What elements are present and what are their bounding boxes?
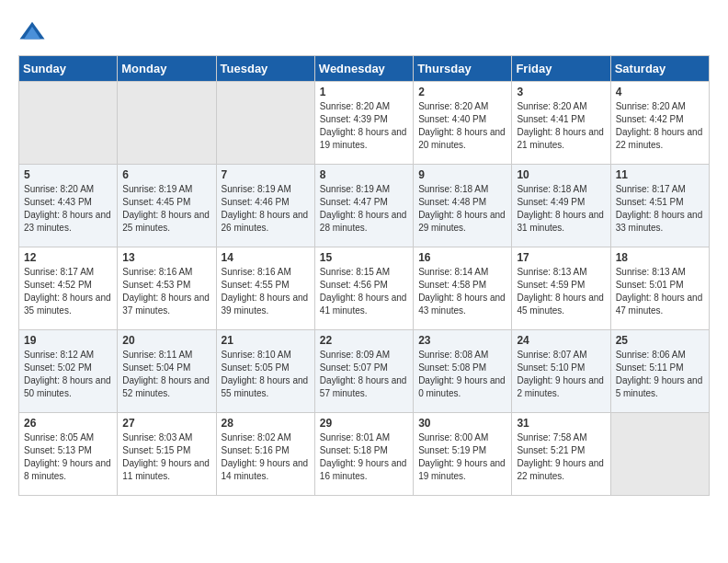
header-row: SundayMondayTuesdayWednesdayThursdayFrid… (19, 56, 710, 82)
week-row: 1Sunrise: 8:20 AMSunset: 4:39 PMDaylight… (19, 82, 710, 165)
calendar-cell (216, 82, 314, 165)
day-info: Sunrise: 8:20 AMSunset: 4:42 PMDaylight:… (616, 100, 704, 152)
day-info: Sunrise: 8:19 AMSunset: 4:46 PMDaylight:… (222, 183, 310, 235)
header-day-friday: Friday (512, 56, 610, 82)
day-info: Sunrise: 8:13 AMSunset: 4:59 PMDaylight:… (517, 266, 605, 317)
header-day-thursday: Thursday (414, 56, 512, 82)
calendar-cell: 15Sunrise: 8:15 AMSunset: 4:56 PMDayligh… (314, 247, 413, 330)
day-number: 15 (320, 251, 408, 264)
calendar-cell: 26Sunrise: 8:05 AMSunset: 5:13 PMDayligh… (19, 413, 118, 496)
page-header (18, 18, 710, 46)
header-day-monday: Monday (118, 56, 216, 82)
calendar-cell: 18Sunrise: 8:13 AMSunset: 5:01 PMDayligh… (610, 247, 709, 330)
day-number: 30 (418, 417, 506, 430)
day-info: Sunrise: 8:02 AMSunset: 5:16 PMDaylight:… (222, 431, 310, 483)
day-number: 12 (24, 251, 112, 264)
day-info: Sunrise: 8:19 AMSunset: 4:47 PMDaylight:… (320, 183, 408, 235)
day-number: 22 (320, 334, 408, 347)
calendar-cell: 12Sunrise: 8:17 AMSunset: 4:52 PMDayligh… (19, 247, 118, 330)
day-number: 16 (418, 251, 506, 264)
calendar-cell: 2Sunrise: 8:20 AMSunset: 4:40 PMDaylight… (414, 82, 512, 165)
header-day-sunday: Sunday (19, 56, 118, 82)
day-info: Sunrise: 8:17 AMSunset: 4:51 PMDaylight:… (616, 183, 704, 235)
day-number: 20 (122, 334, 210, 347)
day-number: 11 (616, 168, 704, 181)
day-info: Sunrise: 8:00 AMSunset: 5:19 PMDaylight:… (418, 431, 506, 483)
day-info: Sunrise: 8:01 AMSunset: 5:18 PMDaylight:… (320, 431, 408, 483)
day-number: 8 (320, 168, 408, 181)
day-number: 27 (122, 417, 210, 430)
day-number: 7 (222, 168, 310, 181)
day-info: Sunrise: 8:09 AMSunset: 5:07 PMDaylight:… (320, 349, 408, 400)
day-info: Sunrise: 8:16 AMSunset: 4:53 PMDaylight:… (122, 266, 210, 317)
calendar-cell (118, 82, 216, 165)
day-info: Sunrise: 8:12 AMSunset: 5:02 PMDaylight:… (24, 349, 112, 400)
logo-icon (18, 18, 46, 46)
calendar-cell (610, 413, 709, 496)
calendar-cell: 24Sunrise: 8:07 AMSunset: 5:10 PMDayligh… (512, 330, 610, 413)
day-number: 6 (122, 168, 210, 181)
day-info: Sunrise: 8:18 AMSunset: 4:48 PMDaylight:… (418, 183, 506, 235)
calendar-cell: 17Sunrise: 8:13 AMSunset: 4:59 PMDayligh… (512, 247, 610, 330)
day-number: 5 (24, 168, 112, 181)
calendar-cell: 10Sunrise: 8:18 AMSunset: 4:49 PMDayligh… (512, 165, 610, 247)
day-number: 17 (517, 251, 605, 264)
day-info: Sunrise: 8:10 AMSunset: 5:05 PMDaylight:… (222, 349, 310, 400)
day-number: 9 (418, 168, 506, 181)
calendar-cell: 13Sunrise: 8:16 AMSunset: 4:53 PMDayligh… (118, 247, 216, 330)
day-info: Sunrise: 8:13 AMSunset: 5:01 PMDaylight:… (616, 266, 704, 317)
calendar-cell: 25Sunrise: 8:06 AMSunset: 5:11 PMDayligh… (610, 330, 709, 413)
calendar-table: SundayMondayTuesdayWednesdayThursdayFrid… (18, 55, 710, 496)
day-info: Sunrise: 8:20 AMSunset: 4:41 PMDaylight:… (517, 100, 605, 152)
calendar-body: 1Sunrise: 8:20 AMSunset: 4:39 PMDaylight… (19, 82, 710, 496)
day-info: Sunrise: 8:16 AMSunset: 4:55 PMDaylight:… (222, 266, 310, 317)
week-row: 5Sunrise: 8:20 AMSunset: 4:43 PMDaylight… (19, 165, 710, 247)
calendar-cell: 21Sunrise: 8:10 AMSunset: 5:05 PMDayligh… (216, 330, 314, 413)
day-number: 14 (222, 251, 310, 264)
logo (18, 18, 50, 46)
calendar-cell: 30Sunrise: 8:00 AMSunset: 5:19 PMDayligh… (414, 413, 512, 496)
day-number: 25 (616, 334, 704, 347)
calendar-cell: 22Sunrise: 8:09 AMSunset: 5:07 PMDayligh… (314, 330, 413, 413)
day-number: 26 (24, 417, 112, 430)
week-row: 26Sunrise: 8:05 AMSunset: 5:13 PMDayligh… (19, 413, 710, 496)
day-number: 24 (517, 334, 605, 347)
day-number: 21 (222, 334, 310, 347)
calendar-cell: 9Sunrise: 8:18 AMSunset: 4:48 PMDaylight… (414, 165, 512, 247)
calendar-cell: 16Sunrise: 8:14 AMSunset: 4:58 PMDayligh… (414, 247, 512, 330)
day-number: 19 (24, 334, 112, 347)
day-info: Sunrise: 8:19 AMSunset: 4:45 PMDaylight:… (122, 183, 210, 235)
calendar-cell: 14Sunrise: 8:16 AMSunset: 4:55 PMDayligh… (216, 247, 314, 330)
calendar-cell: 11Sunrise: 8:17 AMSunset: 4:51 PMDayligh… (610, 165, 709, 247)
calendar-cell (19, 82, 118, 165)
calendar-cell: 27Sunrise: 8:03 AMSunset: 5:15 PMDayligh… (118, 413, 216, 496)
day-number: 4 (616, 86, 704, 98)
day-number: 3 (517, 86, 605, 98)
day-info: Sunrise: 8:20 AMSunset: 4:43 PMDaylight:… (24, 183, 112, 235)
day-number: 13 (122, 251, 210, 264)
day-number: 23 (418, 334, 506, 347)
week-row: 12Sunrise: 8:17 AMSunset: 4:52 PMDayligh… (19, 247, 710, 330)
day-info: Sunrise: 8:14 AMSunset: 4:58 PMDaylight:… (418, 266, 506, 317)
day-info: Sunrise: 8:05 AMSunset: 5:13 PMDaylight:… (24, 431, 112, 483)
header-day-wednesday: Wednesday (314, 56, 413, 82)
calendar-cell: 19Sunrise: 8:12 AMSunset: 5:02 PMDayligh… (19, 330, 118, 413)
day-info: Sunrise: 8:03 AMSunset: 5:15 PMDaylight:… (122, 431, 210, 483)
day-info: Sunrise: 8:17 AMSunset: 4:52 PMDaylight:… (24, 266, 112, 317)
day-number: 29 (320, 417, 408, 430)
calendar-cell: 3Sunrise: 8:20 AMSunset: 4:41 PMDaylight… (512, 82, 610, 165)
day-number: 1 (320, 86, 408, 98)
calendar-cell: 6Sunrise: 8:19 AMSunset: 4:45 PMDaylight… (118, 165, 216, 247)
calendar-cell: 4Sunrise: 8:20 AMSunset: 4:42 PMDaylight… (610, 82, 709, 165)
header-day-tuesday: Tuesday (216, 56, 314, 82)
day-number: 18 (616, 251, 704, 264)
calendar-cell: 5Sunrise: 8:20 AMSunset: 4:43 PMDaylight… (19, 165, 118, 247)
day-info: Sunrise: 8:15 AMSunset: 4:56 PMDaylight:… (320, 266, 408, 317)
day-number: 31 (517, 417, 605, 430)
calendar-cell: 7Sunrise: 8:19 AMSunset: 4:46 PMDaylight… (216, 165, 314, 247)
calendar-cell: 23Sunrise: 8:08 AMSunset: 5:08 PMDayligh… (414, 330, 512, 413)
day-number: 2 (418, 86, 506, 98)
calendar-cell: 20Sunrise: 8:11 AMSunset: 5:04 PMDayligh… (118, 330, 216, 413)
day-info: Sunrise: 8:20 AMSunset: 4:39 PMDaylight:… (320, 100, 408, 152)
day-info: Sunrise: 8:07 AMSunset: 5:10 PMDaylight:… (517, 349, 605, 400)
